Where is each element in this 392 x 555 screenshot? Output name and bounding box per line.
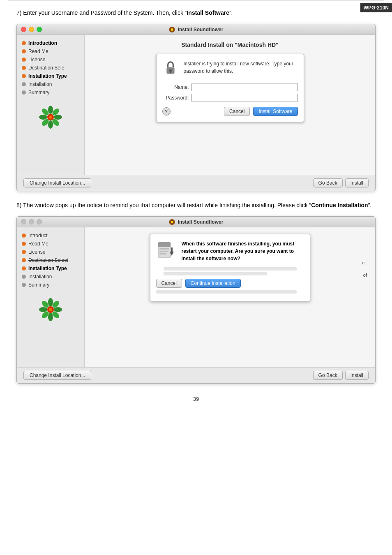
w2-bullet-insttype bbox=[22, 266, 26, 271]
continue-installation-button[interactable]: Continue Installation bbox=[185, 279, 241, 288]
suffix-er: er. bbox=[362, 260, 367, 265]
svg-point-16 bbox=[171, 221, 173, 223]
window2: Install Soundflower Introduct Read Me Li… bbox=[16, 216, 376, 384]
window1: Install Soundflower Introduction Read Me… bbox=[16, 24, 376, 191]
suffix-of: of bbox=[363, 273, 367, 278]
install-button[interactable]: Install bbox=[345, 178, 369, 187]
tl-yellow[interactable] bbox=[29, 27, 34, 32]
bullet-license bbox=[22, 58, 26, 62]
header-badge: WPG-210N bbox=[360, 3, 392, 12]
auth-buttons: ? Cancel Install Software bbox=[162, 107, 298, 116]
install-software-button[interactable]: Install Software bbox=[253, 107, 297, 116]
w2-sidebar-item-summary[interactable]: Summary bbox=[17, 281, 84, 289]
w2-bullet-install bbox=[22, 275, 26, 279]
svg-point-23 bbox=[39, 307, 47, 312]
step8-main-text: The window pops up the notice to remind … bbox=[23, 202, 311, 208]
lock-icon bbox=[162, 60, 179, 76]
sidebar-item-readme[interactable]: Read Me bbox=[17, 47, 84, 56]
bullet-summary bbox=[22, 90, 26, 95]
change-install-location-button[interactable]: Change Install Location... bbox=[23, 178, 91, 187]
svg-point-4 bbox=[54, 115, 62, 120]
popup-cancel-button[interactable]: Cancel bbox=[156, 279, 182, 288]
w2-tl-green[interactable] bbox=[37, 219, 42, 224]
window1-main: Standard Install on "Macintosh HD" bbox=[85, 35, 375, 175]
sidebar-item-install[interactable]: Installation bbox=[17, 80, 84, 88]
bullet-dest bbox=[22, 66, 26, 70]
step7-text: 7) Enter your Username and Password of t… bbox=[16, 9, 376, 17]
w2-install-button[interactable]: Install bbox=[345, 371, 369, 380]
popup-buttons: Cancel Continue Installation bbox=[156, 279, 304, 288]
w2-tl-yellow[interactable] bbox=[29, 219, 34, 224]
w2-tl-red[interactable] bbox=[21, 219, 26, 224]
tl-red[interactable] bbox=[21, 27, 26, 32]
auth-dialog-top: Installer is trying to install new softw… bbox=[162, 60, 298, 78]
lock-icon-wrap bbox=[162, 60, 179, 78]
window2-flower-icon bbox=[38, 297, 63, 322]
w2-sidebar-item-install[interactable]: Installation bbox=[17, 273, 84, 281]
password-label: Password: bbox=[162, 95, 189, 101]
w2-sidebar-item-intro[interactable]: Introduct bbox=[17, 231, 84, 240]
sidebar-item-summary[interactable]: Summary bbox=[17, 88, 84, 97]
svg-point-17 bbox=[48, 298, 53, 306]
svg-rect-14 bbox=[170, 71, 171, 73]
step7-bold: Install Software bbox=[187, 9, 229, 16]
w2-go-back-button[interactable]: Go Back bbox=[313, 371, 343, 380]
flower-decoration bbox=[17, 105, 84, 131]
sidebar-item-insttype[interactable]: Installation Type bbox=[17, 72, 84, 80]
name-input[interactable] bbox=[191, 83, 298, 91]
name-field-row: Name: bbox=[162, 83, 298, 91]
step8-end: ”. bbox=[368, 202, 372, 208]
blurred-line1 bbox=[164, 267, 297, 271]
window2-soundflower-icon bbox=[169, 219, 175, 225]
w2-change-install-location-button[interactable]: Change Install Location... bbox=[23, 371, 91, 380]
w2-sidebar-item-dest[interactable]: Destination Select bbox=[17, 256, 84, 264]
traffic-lights bbox=[21, 27, 42, 32]
svg-rect-30 bbox=[159, 251, 168, 252]
blurred-line2 bbox=[164, 272, 267, 275]
popup-top: When this software finishes installing, … bbox=[156, 240, 304, 262]
svg-point-19 bbox=[54, 307, 62, 312]
svg-rect-28 bbox=[158, 242, 171, 247]
window2-sidebar: Introduct Read Me License Destination Se… bbox=[17, 227, 85, 367]
svg-point-21 bbox=[48, 313, 53, 321]
sidebar-item-intro[interactable]: Introduction bbox=[17, 39, 84, 47]
svg-rect-31 bbox=[159, 253, 166, 254]
nav-buttons: Go Back Install bbox=[313, 178, 369, 187]
blurred-line3 bbox=[156, 290, 297, 294]
w2-nav-buttons: Go Back Install bbox=[313, 371, 369, 380]
bullet-insttype bbox=[22, 74, 26, 78]
sidebar-item-dest[interactable]: Destination Sele bbox=[17, 64, 84, 72]
name-label: Name: bbox=[162, 84, 189, 90]
w2-sidebar-item-readme[interactable]: Read Me bbox=[17, 240, 84, 248]
auth-dialog: Installer is trying to install new softw… bbox=[156, 54, 304, 122]
tl-green[interactable] bbox=[37, 27, 42, 32]
window2-traffic-lights bbox=[21, 219, 42, 224]
svg-point-11 bbox=[49, 116, 52, 119]
auth-cancel-button[interactable]: Cancel bbox=[224, 107, 250, 116]
window1-body: Introduction Read Me License Destination… bbox=[17, 35, 375, 175]
flower-icon bbox=[38, 105, 63, 130]
password-input[interactable] bbox=[191, 94, 298, 102]
svg-point-6 bbox=[48, 120, 53, 129]
svg-point-2 bbox=[48, 106, 53, 114]
step8-number: 8) bbox=[16, 202, 21, 208]
sidebar-item-license[interactable]: License bbox=[17, 56, 84, 64]
w2-sidebar-item-insttype[interactable]: Installation Type bbox=[17, 264, 84, 273]
bullet-intro bbox=[22, 41, 26, 45]
auth-dialog-text: Installer is trying to install new softw… bbox=[184, 60, 298, 78]
w2-bullet-readme bbox=[22, 242, 26, 246]
svg-point-8 bbox=[39, 115, 47, 120]
w2-bullet-license bbox=[22, 250, 26, 254]
svg-rect-29 bbox=[159, 248, 169, 250]
window2-body: Introduct Read Me License Destination Se… bbox=[17, 227, 375, 367]
help-button[interactable]: ? bbox=[162, 107, 171, 116]
bullet-readme bbox=[22, 49, 26, 53]
window2-title: Install Soundflower bbox=[169, 219, 224, 225]
popup-text: When this software finishes installing, … bbox=[182, 240, 304, 262]
step8-bold: Continue Installation bbox=[311, 202, 368, 208]
auth-form: Name: Password: bbox=[162, 83, 298, 102]
go-back-button[interactable]: Go Back bbox=[313, 178, 343, 187]
window1-titlebar: Install Soundflower bbox=[17, 24, 375, 35]
password-field-row: Password: bbox=[162, 94, 298, 102]
w2-sidebar-item-license[interactable]: License bbox=[17, 248, 84, 256]
